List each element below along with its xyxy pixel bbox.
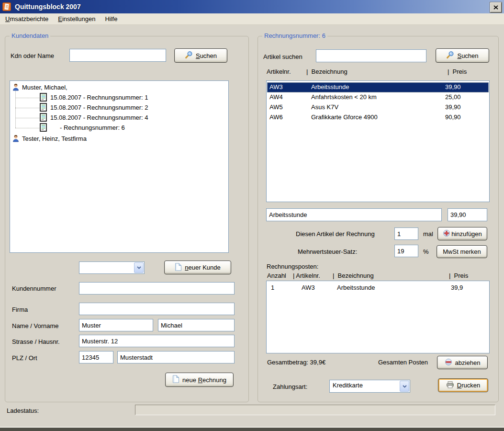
hinzufuegen-button[interactable]: hinzufügen <box>437 227 487 240</box>
posten-row[interactable]: 1 AW3 Arbeitsstunde 39,9 <box>267 283 489 293</box>
menu-einstellungen[interactable]: Einstellungen <box>53 14 100 24</box>
posten-qty: 1 <box>271 284 274 291</box>
menu-label-rest: Hilfe <box>105 15 117 23</box>
posten-list: 1 AW3 Arbeitsstunde 39,9 <box>266 281 490 353</box>
search-icon <box>446 51 454 60</box>
application-window: Quittungsblock 2007 Umsatzberichte Einst… <box>0 0 504 431</box>
article-name: Asus K7V <box>311 103 338 111</box>
nachname-input[interactable] <box>79 319 153 331</box>
article-row-aw4[interactable]: AW4 Anfahrtskosten < 20 km 25,00 <box>267 92 489 102</box>
article-name: Grafikkarte Gforce 4900 <box>311 113 378 121</box>
tree-invoice-4[interactable]: 15.08.2007 - Rechnungsnummer: 4 <box>40 113 148 122</box>
menu-umsatzberichte[interactable]: Umsatzberichte <box>0 14 53 24</box>
article-name: Arbeitsstunde <box>311 83 349 91</box>
tree-invoice-label: 15.08.2007 - Rechnungsnummer: 1 <box>50 94 148 101</box>
invoice-icon <box>40 123 47 132</box>
person-icon <box>12 83 20 91</box>
button-label: Suchen <box>196 52 217 59</box>
button-label: hinzufügen <box>451 230 482 238</box>
article-nr: AW6 <box>269 113 283 121</box>
tree-connector <box>15 118 39 118</box>
plz-input[interactable] <box>79 351 113 363</box>
tree-invoice-6[interactable]: - Rechnungsnummer: 6 <box>40 123 125 132</box>
button-label: MwSt merken <box>443 248 481 255</box>
abziehen-button[interactable]: abziehen <box>437 356 488 369</box>
plz-ort-label: PLZ / Ort <box>12 354 37 362</box>
article-price: 90,90 <box>445 113 461 121</box>
menu-hilfe[interactable]: Hilfe <box>100 14 122 24</box>
quantity-input[interactable] <box>394 227 418 240</box>
articles-header-bezeichnung: | Bezeichnung <box>306 68 347 75</box>
kundennummer-label: Kundennummer <box>12 285 56 292</box>
button-label: neue Rechnung <box>182 376 226 384</box>
gesamten-posten-label: Gesamten Posten <box>378 359 428 366</box>
firma-input[interactable] <box>79 303 235 315</box>
drucken-button[interactable]: Drucken <box>438 378 488 392</box>
artikel-suchen-label: Artikel suchen <box>263 53 302 60</box>
label-post: rucken <box>461 382 480 389</box>
neue-rechnung-button[interactable]: neue Rechnung <box>165 373 234 387</box>
tree-connector-vertical <box>15 90 16 128</box>
label-post: euer Kunde <box>189 264 221 271</box>
mwst-merken-button[interactable]: MwSt merken <box>437 245 487 258</box>
mal-label: mal <box>423 230 433 238</box>
printer-icon <box>446 381 454 390</box>
kunden-suchen-button[interactable]: Suchen <box>174 48 227 63</box>
article-row-aw6[interactable]: AW6 Grafikkarte Gforce 4900 90,90 <box>267 113 489 123</box>
label-accel: D <box>457 382 461 389</box>
zahlungsart-label: Zahlungsart: <box>273 383 307 390</box>
tree-invoice-2[interactable]: 15.08.2007 - Rechnungsnummer: 2 <box>40 102 148 112</box>
ort-input[interactable] <box>117 351 235 363</box>
kdn-oder-name-label: Kdn oder Name <box>11 52 54 59</box>
artikel-search-input[interactable] <box>316 49 426 62</box>
posten-header-anzahl: Anzahl <box>267 272 286 279</box>
close-button[interactable] <box>490 2 502 12</box>
zahlungsart-combobox[interactable]: Kreditkarte <box>329 380 410 393</box>
kunden-search-input[interactable] <box>69 49 166 62</box>
tree-customer-muster[interactable]: Muster, Michael, <box>12 82 67 92</box>
menu-label-rest: instellungen <box>62 15 95 23</box>
artikel-suchen-button[interactable]: Suchen <box>436 48 489 63</box>
invoice-icon <box>40 93 47 102</box>
mwst-label: Mehrwertsteuer-Satz: <box>298 248 357 255</box>
menu-label-rest: msatzberichte <box>10 15 48 23</box>
zahlungsart-value: Kreditkarte <box>333 382 363 389</box>
selected-article-name-input[interactable] <box>266 208 442 221</box>
tree-connector <box>15 128 39 128</box>
label-post: echnung <box>202 376 226 384</box>
articles-header-preis: | Preis <box>448 68 467 75</box>
menu-label-accel: U <box>5 15 10 23</box>
article-nr: AW3 <box>269 83 283 91</box>
tree-invoice-1[interactable]: 15.08.2007 - Rechnungsnummer: 1 <box>40 92 148 102</box>
article-price: 39,90 <box>445 103 461 111</box>
label-pre: neue <box>182 376 198 384</box>
selected-article-price-input[interactable] <box>448 208 487 221</box>
label-post: uchen <box>461 52 478 59</box>
rechnungsposten-label: Rechnungsposten: <box>267 263 318 270</box>
firma-label: Firma <box>12 306 28 313</box>
strasse-input[interactable] <box>79 335 235 347</box>
posten-name: Arbeitsstunde <box>337 284 375 291</box>
gesamtbetrag-label: Gesamtbetrag: 39,9€ <box>267 359 325 366</box>
posten-header-artikelnr: | Artikelnr. <box>293 272 320 279</box>
posten-nr: AW3 <box>302 284 315 291</box>
customer-combobox[interactable] <box>79 261 145 274</box>
invoice-icon <box>40 113 47 122</box>
kundendaten-caption: Kundendaten <box>10 32 50 39</box>
tree-customer-tester[interactable]: Tester, Heinz, Testfirma <box>12 134 87 143</box>
neuer-kunde-button[interactable]: neuer Kunde <box>164 261 231 274</box>
remove-sphere-icon <box>445 358 452 367</box>
tree-invoice-label: - Rechnungsnummer: 6 <box>60 124 125 131</box>
article-name: Anfahrtskosten < 20 km <box>311 93 377 101</box>
label-accel: S <box>196 52 200 59</box>
search-icon <box>185 51 193 60</box>
chevron-down-icon[interactable] <box>134 262 144 273</box>
kundennummer-input[interactable] <box>79 282 235 295</box>
article-row-aw3[interactable]: AW3 Arbeitsstunde 39,90 <box>267 82 489 92</box>
article-row-aw5[interactable]: AW5 Asus K7V 39,90 <box>267 102 489 113</box>
vorname-input[interactable] <box>158 319 235 331</box>
close-icon <box>493 5 498 10</box>
chevron-down-icon[interactable] <box>400 381 409 392</box>
new-page-icon <box>175 263 182 272</box>
mwst-input[interactable] <box>394 245 418 257</box>
